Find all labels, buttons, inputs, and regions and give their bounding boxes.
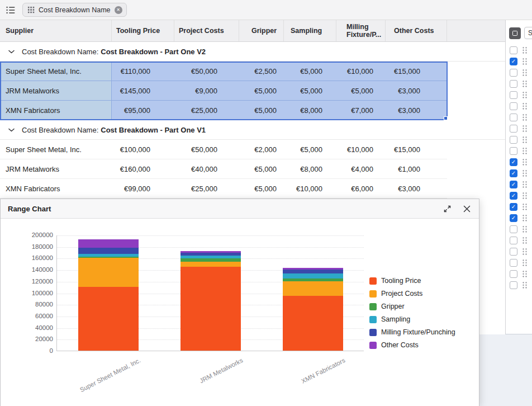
sidebar-list-item[interactable] [506,67,532,78]
value-cell[interactable]: €95,000 [112,101,174,120]
checkbox[interactable]: ✓ [510,203,517,211]
checkbox[interactable]: ✓ [510,214,517,222]
column-header-project-costs[interactable]: Project Costs [174,20,239,41]
sidebar-list-item[interactable] [506,123,532,134]
sidebar-list-item[interactable]: ✓ [506,157,532,168]
sidebar-list-item[interactable] [506,89,532,101]
checkbox[interactable]: ✓ [510,58,517,65]
supplier-cell[interactable]: Super Sheet Metal, Inc. [0,62,112,81]
sidebar-list-item[interactable]: ✓ [506,168,532,179]
checkbox[interactable] [510,225,517,233]
drag-handle-icon[interactable] [522,114,528,121]
value-cell[interactable]: €145,000 [112,81,174,101]
column-header-gripper[interactable]: Gripper [239,20,284,41]
sidebar-list-item[interactable]: ✓ [506,56,532,67]
drag-handle-icon[interactable] [522,158,528,166]
table-row[interactable]: Super Sheet Metal, Inc. €100,000 €50,000… [0,140,505,159]
drag-handle-icon[interactable] [522,136,528,144]
value-cell[interactable]: €7,000 [336,101,386,120]
legend-item[interactable]: Other Costs [369,341,455,349]
checkbox[interactable] [510,46,517,54]
sidebar-list-item[interactable] [506,101,532,112]
sidebar-list-item[interactable] [506,257,532,268]
sidebar-list-item[interactable]: ✓ [506,201,532,213]
checkbox[interactable] [510,237,517,244]
drag-handle-icon[interactable] [522,91,528,99]
checkbox[interactable]: ✓ [510,158,517,166]
sidebar-list-item[interactable]: ✓ [506,213,532,224]
legend-item[interactable]: Sampling [369,315,455,323]
sidebar-list-item[interactable] [506,134,532,145]
sidebar-list-item[interactable]: ✓ [506,190,532,201]
value-cell[interactable]: €10,000 [336,62,386,81]
checkbox[interactable] [510,80,517,88]
sidebar-list-item[interactable] [506,45,532,56]
sidebar-list-item[interactable] [506,280,532,291]
chevron-down-icon[interactable] [8,50,15,54]
drag-handle-icon[interactable] [522,203,528,211]
value-cell[interactable]: €40,000 [174,159,239,179]
checkbox[interactable] [510,102,517,110]
group-header-row-v2[interactable]: Cost Breakdown Name:Cost Breakdown - Par… [0,42,505,62]
drag-handle-icon[interactable] [522,69,528,77]
value-cell[interactable]: €3,000 [386,179,447,199]
close-icon[interactable] [462,204,472,214]
value-cell[interactable]: €2,000 [239,140,284,159]
value-cell[interactable]: €160,000 [112,159,174,179]
checkbox[interactable] [510,114,517,121]
column-header-sampling[interactable]: Sampling [284,20,336,41]
drag-handle-icon[interactable] [522,147,528,155]
drag-handle-icon[interactable] [522,225,528,233]
table-row[interactable]: JRM Metalworks €145,000 €9,000 €5,000 €5… [0,81,505,101]
group-header-row-v1[interactable]: Cost Breakdown Name:Cost Breakdown - Par… [0,120,505,140]
checkbox[interactable] [510,281,517,289]
drag-handle-icon[interactable] [522,237,528,244]
legend-item[interactable]: Project Costs [369,290,455,298]
sidebar-list-item[interactable] [506,145,532,157]
table-row[interactable]: JRM Metalworks €160,000 €40,000 €5,000 €… [0,159,505,179]
checkbox[interactable] [510,136,517,144]
value-cell[interactable]: €99,000 [112,179,174,199]
drag-handle-icon[interactable] [522,248,528,256]
value-cell[interactable]: €5,000 [239,101,284,120]
group-by-chip[interactable]: Cost Breakdown Name ✕ [22,3,127,17]
checkbox[interactable] [510,91,517,99]
supplier-cell[interactable]: JRM Metalworks [0,159,112,179]
legend-item[interactable]: Gripper [369,303,455,310]
drag-handle-icon[interactable] [522,259,528,267]
remove-chip-button[interactable]: ✕ [115,6,122,14]
value-cell[interactable]: €15,000 [386,62,447,81]
sidebar-list-item[interactable]: ✓ [506,179,532,190]
value-cell[interactable]: €8,000 [284,159,336,179]
sidebar-list-item[interactable] [506,224,532,235]
value-cell[interactable]: €3,000 [386,101,447,120]
checkbox[interactable] [510,270,517,278]
value-cell[interactable]: €110,000 [112,62,174,81]
checkbox[interactable]: ✓ [510,169,517,177]
column-header-milling-fixture[interactable]: Milling Fixture/P... [336,20,386,41]
drag-handle-icon[interactable] [522,181,528,188]
value-cell[interactable]: €9,000 [174,81,239,101]
value-cell[interactable]: €10,000 [336,140,386,159]
checkbox[interactable] [510,259,517,267]
checkbox[interactable] [510,69,517,77]
sidebar-list-item[interactable] [506,235,532,246]
value-cell[interactable]: €5,000 [239,159,284,179]
sidebar-toggle-button[interactable] [509,27,521,39]
value-cell[interactable]: €6,000 [336,179,386,199]
supplier-cell[interactable]: XMN Fabricators [0,101,112,120]
value-cell[interactable]: €10,000 [284,179,336,199]
drag-handle-icon[interactable] [522,281,528,289]
table-row[interactable]: XMN Fabricators €95,000 €25,000 €5,000 €… [0,101,505,120]
legend-item[interactable]: Tooling Price [369,277,455,285]
column-header-tooling-price[interactable]: Tooling Price [112,20,174,41]
checkbox[interactable]: ✓ [510,192,517,200]
supplier-cell[interactable]: XMN Fabricators [0,179,112,199]
drag-handle-icon[interactable] [522,102,528,110]
value-cell[interactable]: €5,000 [239,179,284,199]
table-row[interactable]: Super Sheet Metal, Inc. €110,000 €50,000… [0,62,505,81]
supplier-cell[interactable]: JRM Metalworks [0,81,112,101]
drag-handle-icon[interactable] [522,58,528,65]
drag-handle-icon[interactable] [522,270,528,278]
value-cell[interactable]: €15,000 [386,140,447,159]
